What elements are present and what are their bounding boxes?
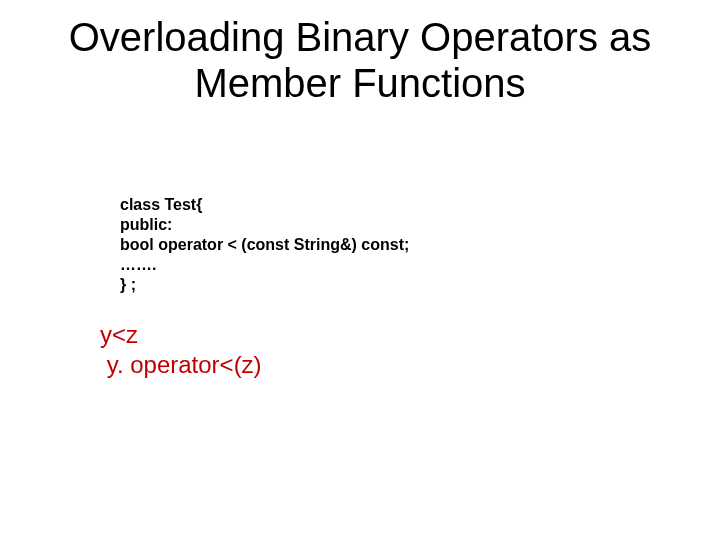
code-line: bool operator < (const String&) const;: [120, 235, 409, 255]
example-block: y<z y. operator<(z): [100, 320, 262, 380]
code-block: class Test{ public: bool operator < (con…: [120, 195, 409, 295]
slide: Overloading Binary Operators as Member F…: [0, 0, 720, 540]
code-line: public:: [120, 215, 409, 235]
code-line: class Test{: [120, 195, 409, 215]
example-line: y. operator<(z): [100, 350, 262, 380]
example-line: y<z: [100, 320, 262, 350]
code-line: …….: [120, 255, 409, 275]
title-text: Overloading Binary Operators as Member F…: [69, 15, 652, 105]
code-line: } ;: [120, 275, 409, 295]
slide-title: Overloading Binary Operators as Member F…: [0, 14, 720, 106]
